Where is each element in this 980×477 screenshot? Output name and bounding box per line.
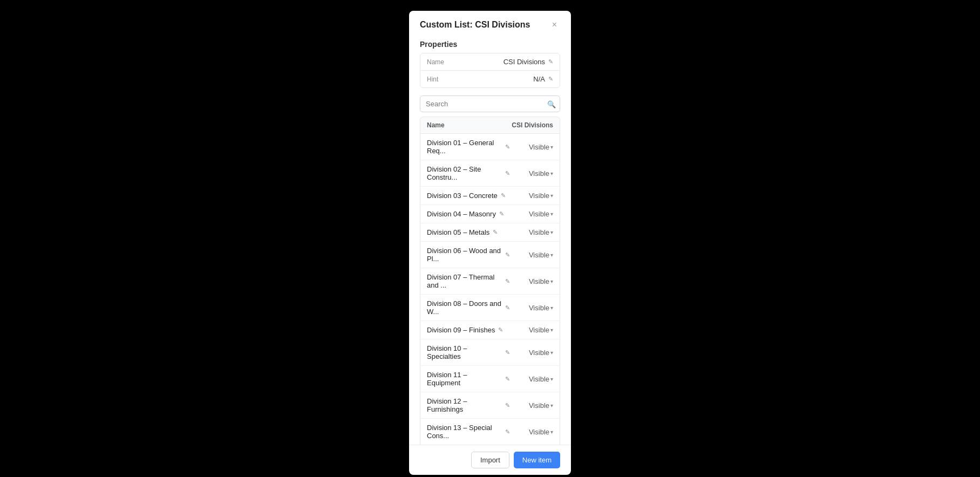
- list-item-status-4[interactable]: Visible ▾: [510, 228, 553, 236]
- list-item-name-8: Division 09 – Finishes ✎: [427, 326, 510, 334]
- list-item-status-3[interactable]: Visible ▾: [510, 210, 553, 218]
- status-dropdown-arrow-9: ▾: [550, 350, 553, 356]
- list-item-name-12: Division 13 – Special Cons... ✎: [427, 424, 510, 440]
- status-dropdown-arrow-11: ▾: [550, 403, 553, 408]
- list-item: Division 08 – Doors and W... ✎ Visible ▾: [420, 295, 560, 321]
- list-item-edit-icon-5[interactable]: ✎: [505, 251, 510, 258]
- list-item-edit-icon-4[interactable]: ✎: [493, 229, 498, 236]
- modal-title: Custom List: CSI Divisions: [420, 20, 530, 30]
- section-properties-title: Properties: [420, 35, 560, 53]
- list-item-edit-icon-10[interactable]: ✎: [505, 376, 510, 383]
- status-dropdown-arrow-7: ▾: [550, 305, 553, 311]
- list-item-edit-icon-1[interactable]: ✎: [505, 170, 510, 177]
- list-item-status-5[interactable]: Visible ▾: [510, 251, 553, 259]
- list-item: Division 02 – Site Constru... ✎ Visible …: [420, 160, 560, 187]
- list-item-status-8[interactable]: Visible ▾: [510, 326, 553, 334]
- status-dropdown-arrow-5: ▾: [550, 252, 553, 258]
- list-item-name-11: Division 12 – Furnishings ✎: [427, 397, 510, 413]
- status-dropdown-arrow-6: ▾: [550, 278, 553, 284]
- name-edit-icon[interactable]: ✎: [548, 58, 553, 65]
- name-value: CSI Divisions: [503, 58, 545, 66]
- new-item-button[interactable]: New item: [514, 452, 560, 468]
- list-item: Division 09 – Finishes ✎ Visible ▾: [420, 321, 560, 339]
- properties-table: Name CSI Divisions ✎ Hint N/A ✎: [420, 53, 560, 88]
- list-header: Name CSI Divisions: [420, 117, 560, 134]
- modal-body: Properties Name CSI Divisions ✎ Hint N/A…: [409, 35, 571, 445]
- list-item-name-7: Division 08 – Doors and W... ✎: [427, 299, 510, 316]
- list-item-name-3: Division 04 – Masonry ✎: [427, 210, 510, 218]
- list-item-name-2: Division 03 – Concrete ✎: [427, 192, 510, 200]
- list-header-name: Name: [427, 121, 510, 129]
- list-item-status-0[interactable]: Visible ▾: [510, 143, 553, 151]
- import-button[interactable]: Import: [471, 452, 509, 468]
- list-item: Division 05 – Metals ✎ Visible ▾: [420, 223, 560, 242]
- list-item-name-0: Division 01 – General Req... ✎: [427, 139, 510, 155]
- close-button[interactable]: ×: [549, 19, 560, 30]
- list-item-edit-icon-0[interactable]: ✎: [505, 144, 510, 151]
- modal-header: Custom List: CSI Divisions ×: [409, 11, 571, 35]
- list-item-edit-icon-6[interactable]: ✎: [505, 278, 510, 285]
- list-item-name-9: Division 10 – Specialties ✎: [427, 344, 510, 360]
- hint-value-container: N/A ✎: [533, 75, 553, 83]
- list-header-status: CSI Divisions: [510, 121, 553, 129]
- name-label: Name: [427, 58, 444, 66]
- status-dropdown-arrow-1: ▾: [550, 171, 553, 176]
- list-item-name-5: Division 06 – Wood and Pl... ✎: [427, 247, 510, 263]
- items-container: Division 01 – General Req... ✎ Visible ▾…: [420, 134, 560, 445]
- list-item-edit-icon-3[interactable]: ✎: [499, 210, 504, 217]
- items-list: Name CSI Divisions Division 01 – General…: [420, 117, 560, 445]
- list-item-status-12[interactable]: Visible ▾: [510, 428, 553, 436]
- list-item: Division 10 – Specialties ✎ Visible ▾: [420, 339, 560, 366]
- list-item-edit-icon-8[interactable]: ✎: [498, 326, 503, 333]
- search-container: 🔍: [420, 96, 560, 112]
- status-dropdown-arrow-0: ▾: [550, 144, 553, 150]
- list-item-edit-icon-9[interactable]: ✎: [505, 349, 510, 356]
- list-item-edit-icon-11[interactable]: ✎: [505, 402, 510, 409]
- list-item: Division 04 – Masonry ✎ Visible ▾: [420, 205, 560, 223]
- modal-overlay: Custom List: CSI Divisions × Properties …: [0, 0, 980, 477]
- list-item-edit-icon-12[interactable]: ✎: [505, 428, 510, 435]
- list-item-edit-icon-2[interactable]: ✎: [501, 192, 506, 199]
- hint-value: N/A: [533, 75, 545, 83]
- list-item-name-1: Division 02 – Site Constru... ✎: [427, 165, 510, 181]
- status-dropdown-arrow-12: ▾: [550, 429, 553, 435]
- hint-label: Hint: [427, 76, 438, 83]
- list-item-status-1[interactable]: Visible ▾: [510, 169, 553, 178]
- status-dropdown-arrow-2: ▾: [550, 193, 553, 199]
- list-item: Division 13 – Special Cons... ✎ Visible …: [420, 419, 560, 445]
- list-item-name-4: Division 05 – Metals ✎: [427, 228, 510, 236]
- list-item-status-6[interactable]: Visible ▾: [510, 277, 553, 285]
- status-dropdown-arrow-8: ▾: [550, 327, 553, 333]
- list-item-status-9[interactable]: Visible ▾: [510, 349, 553, 357]
- list-item: Division 03 – Concrete ✎ Visible ▾: [420, 187, 560, 205]
- list-item: Division 12 – Furnishings ✎ Visible ▾: [420, 392, 560, 419]
- list-item: Division 01 – General Req... ✎ Visible ▾: [420, 134, 560, 160]
- list-item-name-10: Division 11 – Equipment ✎: [427, 371, 510, 387]
- list-item: Division 11 – Equipment ✎ Visible ▾: [420, 366, 560, 392]
- list-item-status-2[interactable]: Visible ▾: [510, 192, 553, 200]
- list-item-name-6: Division 07 – Thermal and ... ✎: [427, 273, 510, 289]
- list-item-status-10[interactable]: Visible ▾: [510, 375, 553, 383]
- modal-footer: Import New item: [409, 445, 571, 475]
- status-dropdown-arrow-4: ▾: [550, 229, 553, 235]
- list-item-edit-icon-7[interactable]: ✎: [505, 304, 510, 311]
- modal-dialog: Custom List: CSI Divisions × Properties …: [409, 11, 571, 475]
- list-item-status-7[interactable]: Visible ▾: [510, 304, 553, 312]
- status-dropdown-arrow-3: ▾: [550, 211, 553, 217]
- search-button[interactable]: 🔍: [547, 100, 556, 108]
- list-item-status-11[interactable]: Visible ▾: [510, 401, 553, 410]
- status-dropdown-arrow-10: ▾: [550, 376, 553, 382]
- search-input[interactable]: [420, 96, 560, 112]
- hint-edit-icon[interactable]: ✎: [548, 76, 553, 83]
- name-value-container: CSI Divisions ✎: [503, 58, 553, 66]
- property-hint-row: Hint N/A ✎: [420, 71, 560, 87]
- list-item: Division 06 – Wood and Pl... ✎ Visible ▾: [420, 242, 560, 268]
- list-item: Division 07 – Thermal and ... ✎ Visible …: [420, 268, 560, 295]
- property-name-row: Name CSI Divisions ✎: [420, 53, 560, 71]
